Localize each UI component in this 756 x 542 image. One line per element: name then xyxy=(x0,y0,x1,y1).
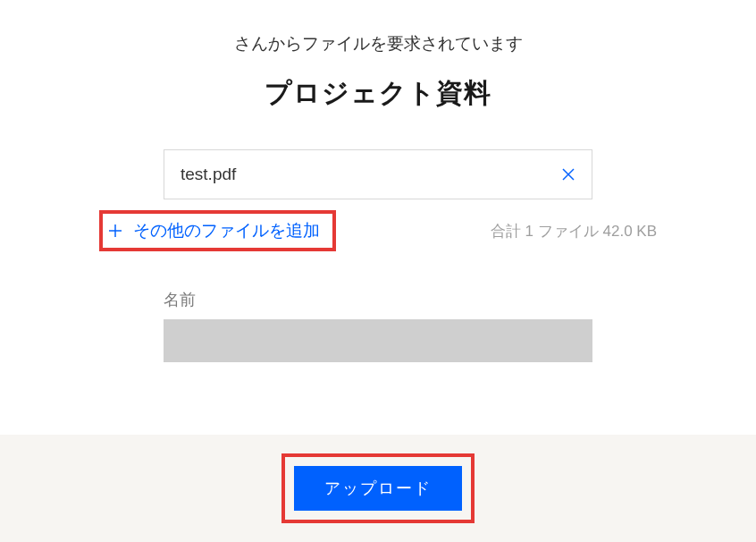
upload-button[interactable]: アップロード xyxy=(294,466,462,511)
footer-bar: アップロード xyxy=(0,435,756,542)
file-summary: 合計 1 ファイル 42.0 KB xyxy=(491,210,657,241)
add-more-highlight: その他のファイルを追加 xyxy=(99,210,336,251)
file-row: test.pdf xyxy=(164,149,592,199)
request-subtitle: さんからファイルを要求されています xyxy=(234,32,523,55)
plus-icon xyxy=(108,224,122,238)
page-title: プロジェクト資料 xyxy=(265,75,491,112)
add-more-files-button[interactable]: その他のファイルを追加 xyxy=(108,219,320,242)
name-input[interactable] xyxy=(164,319,592,362)
file-name-label: test.pdf xyxy=(181,165,236,184)
upload-highlight: アップロード xyxy=(281,453,475,523)
below-file-row: その他のファイルを追加 合計 1 ファイル 42.0 KB xyxy=(99,210,657,251)
remove-file-icon[interactable] xyxy=(561,167,575,182)
name-field-label: 名前 xyxy=(164,289,592,310)
add-more-label: その他のファイルを追加 xyxy=(133,219,320,242)
upload-dialog: さんからファイルを要求されています プロジェクト資料 test.pdf その他の… xyxy=(0,0,756,542)
